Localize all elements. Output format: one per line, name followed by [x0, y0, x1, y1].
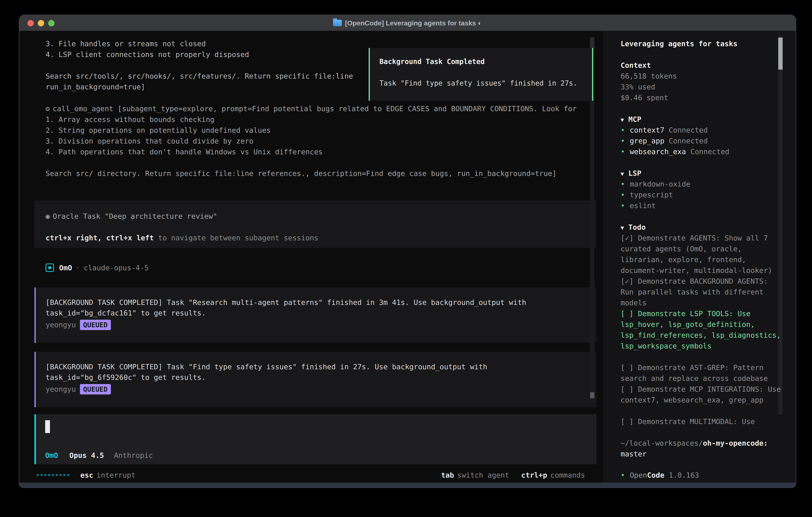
commands-key-label: commands: [550, 471, 585, 479]
scrollback-line: 4. LSP client connections not properly d…: [46, 49, 353, 60]
esc-key-hint[interactable]: esc: [80, 471, 93, 479]
scrollback-line: Search src/tools/, src/hooks/, src/featu…: [46, 71, 353, 82]
input-agent-name: OmO: [45, 451, 58, 459]
todo-item: [✓] Demonstrate BACKGROUND AGENTS: Run p…: [620, 276, 782, 308]
window-title: [OpenCode] Leveraging agents for tasks ◐: [345, 19, 482, 27]
session-title: Leveraging agents for tasks: [620, 38, 782, 49]
input-model: Opus 4.5: [69, 451, 104, 459]
separator-dot: ·: [76, 264, 80, 272]
agent-header: OmO · claude-opus-4-5: [46, 262, 149, 273]
status-dot-icon: •: [620, 179, 625, 190]
status-dot-icon: •: [620, 146, 625, 157]
main-scrollbar-thumb-top[interactable]: [590, 37, 594, 48]
mcp-item: •websearch_exaConnected: [620, 146, 782, 157]
notification-body: Task "Find type safety issues" finished …: [379, 79, 586, 87]
scrollback-text: 3. File handles or streams not closed 4.…: [46, 38, 353, 92]
chevron-down-icon: ▼: [620, 224, 624, 231]
content: 3. File handles or streams not closed 4.…: [20, 31, 795, 483]
lsp-item: •markdown-oxide: [620, 179, 782, 190]
blank-line: [46, 222, 597, 233]
tool-call-block: ⚙call_omo_agent [subagent_type=explore, …: [46, 103, 577, 179]
message-line: [BACKGROUND TASK COMPLETED] Task "Find t…: [46, 361, 597, 372]
workspace-path: ~/local-workspaces/oh-my-opencode:master: [620, 438, 782, 459]
gear-icon: ⚙: [46, 105, 50, 113]
tab-key-label: switch agent: [457, 471, 509, 479]
mcp-section-heading[interactable]: ▼MCP: [620, 114, 782, 125]
lsp-section-heading[interactable]: ▼LSP: [620, 168, 782, 179]
status-dot-icon: •: [620, 200, 625, 211]
app-version: 1.0.163: [669, 470, 699, 481]
app-version-footer: • OpenCode 1.0.163: [620, 470, 782, 481]
oracle-hint-keys: ctrl+x right, ctrl+x left: [46, 234, 154, 242]
status-dot-icon: •: [620, 125, 625, 136]
brand-name-bold: Code: [647, 470, 664, 481]
tab-key-hint[interactable]: tab: [441, 471, 454, 479]
status-dot-icon: •: [620, 136, 625, 146]
tool-call-footer: Search src/ directory. Return specific f…: [46, 168, 577, 179]
scrollback-line: 3. File handles or streams not closed: [46, 38, 353, 49]
todo-item: [✓] Demonstrate AGENTS: Show all 7 curat…: [620, 233, 782, 276]
window-bottom-edge: [19, 483, 795, 487]
agent-model: claude-opus-4-5: [84, 264, 149, 272]
tool-call-item: 2. String operations on potentially unde…: [46, 125, 577, 136]
status-badge: QUEUED: [80, 384, 111, 394]
lsp-item: •eslint: [620, 200, 782, 211]
tool-call-item: 4. Path operations that don't handle Win…: [46, 146, 577, 157]
input-footer: OmO Opus 4.5 Anthropic: [45, 451, 153, 459]
brand-name-dim: Open: [630, 470, 647, 481]
message-line: task_id="bg_dcfac161" to get results.: [46, 308, 597, 318]
tool-call-header: call_omo_agent [subagent_type=explore, p…: [53, 105, 577, 113]
tool-call-item: 1. Array access without bounds checking: [46, 114, 577, 125]
context-used: 33% used: [620, 82, 782, 92]
message-line: [BACKGROUND TASK COMPLETED] Task "Resear…: [46, 297, 597, 308]
message-card[interactable]: [BACKGROUND TASK COMPLETED] Task "Find t…: [34, 352, 597, 407]
status-badge: QUEUED: [80, 320, 111, 330]
titlebar[interactable]: [OpenCode] Leveraging agents for tasks ◐: [19, 15, 795, 31]
oracle-hint-text: to navigate between subagent sessions: [154, 234, 318, 242]
desktop: [OpenCode] Leveraging agents for tasks ◐…: [0, 0, 812, 517]
prompt-input[interactable]: OmO Opus 4.5 Anthropic: [34, 414, 597, 464]
message-author: yeongyu: [46, 321, 76, 329]
progress-dots: [37, 474, 69, 476]
oracle-task-title: Oracle Task "Deep architecture review": [53, 212, 218, 220]
git-branch: master: [620, 450, 646, 458]
mcp-item: •context7Connected: [620, 125, 782, 136]
context-heading: Context: [620, 60, 782, 71]
message-line: task_id="bg_6f59260c" to get results.: [46, 372, 597, 383]
lsp-item: •typescript: [620, 190, 782, 200]
status-bar: esc interrupt tab switch agent ctrl+p co…: [37, 470, 585, 481]
context-spent: $0.46 spent: [620, 92, 782, 103]
text-cursor: [45, 420, 50, 433]
message-card[interactable]: [BACKGROUND TASK COMPLETED] Task "Resear…: [34, 288, 597, 343]
status-dot-icon: •: [620, 470, 625, 481]
window-title-wrap: [OpenCode] Leveraging agents for tasks ◐: [19, 15, 795, 31]
chevron-down-icon: ▼: [620, 116, 624, 123]
todo-section-heading[interactable]: ▼Todo: [620, 222, 782, 233]
chevron-down-icon: ▼: [620, 170, 624, 177]
opencode-window: [OpenCode] Leveraging agents for tasks ◐…: [19, 15, 795, 487]
message-author: yeongyu: [46, 385, 76, 393]
todo-item: [ ] Demonstrate AST-GREP: Pattern search…: [620, 362, 782, 384]
main-scrollbar-thumb[interactable]: [590, 392, 594, 398]
todo-item: [ ] Demonstrate MULTIMODAL: Use: [620, 416, 782, 427]
esc-key-label: interrupt: [96, 471, 136, 479]
status-dot-icon: •: [620, 190, 625, 200]
todo-item: [ ] Demonstrate MCP INTEGRATIONS: Use co…: [620, 384, 782, 405]
folder-icon: [333, 20, 342, 26]
blank-line: [46, 157, 577, 168]
context-tokens: 66,518 tokens: [620, 71, 782, 82]
mcp-item: •grep_appConnected: [620, 136, 782, 146]
notification-title: Background Task Completed: [379, 57, 586, 66]
omo-agent-icon: [46, 264, 54, 272]
commands-key-hint[interactable]: ctrl+p: [521, 471, 547, 479]
agent-name: OmO: [59, 264, 72, 272]
oracle-task-box[interactable]: ◉Oracle Task "Deep architecture review" …: [34, 200, 597, 248]
input-provider: Anthropic: [114, 451, 153, 459]
notification-toast[interactable]: Background Task Completed Task "Find typ…: [369, 48, 593, 101]
oracle-icon: ◉: [46, 212, 50, 220]
todo-item: [ ] Demonstrate LSP TOOLS: Use lsp_hover…: [620, 308, 782, 351]
scrollback-line: run_in_background=true]: [46, 82, 353, 92]
tool-call-item: 3. Division operations that could divide…: [46, 136, 577, 146]
terminal-pane[interactable]: 3. File handles or streams not closed 4.…: [20, 31, 603, 483]
sidebar: Leveraging agents for tasks Context 66,5…: [603, 31, 795, 483]
